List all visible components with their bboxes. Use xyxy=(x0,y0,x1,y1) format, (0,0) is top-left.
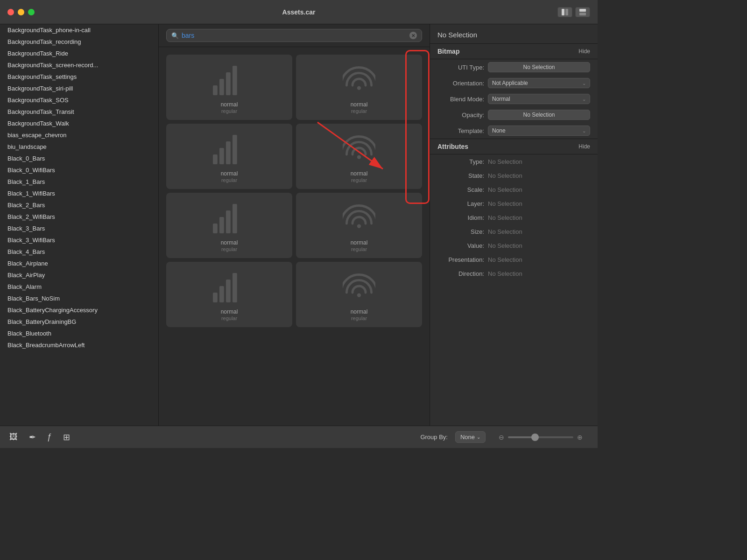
dropdown-field[interactable]: None⌄ xyxy=(488,126,590,136)
svg-rect-5 xyxy=(219,79,224,95)
sidebar-item[interactable]: BackgroundTask_phone-in-call xyxy=(0,24,158,36)
prop-label: Layer: xyxy=(437,200,484,207)
attr-text: No Selection xyxy=(488,158,522,165)
sidebar-item[interactable]: BackgroundTask_Transit xyxy=(0,106,158,118)
asset-label: normalregular xyxy=(351,308,368,322)
asset-cell[interactable]: normalregular xyxy=(166,124,292,189)
asset-label: normalregular xyxy=(221,239,238,252)
sidebar-item[interactable]: Black_BreadcrumbArrowLeft xyxy=(0,339,158,351)
minimize-button[interactable] xyxy=(18,9,24,15)
sidebar-item[interactable]: Black_1_WifiBars xyxy=(0,188,158,199)
prop-label: Blend Mode: xyxy=(437,96,484,103)
svg-rect-17 xyxy=(233,204,237,233)
group-by-select[interactable]: None ⌄ xyxy=(455,431,486,443)
svg-rect-11 xyxy=(226,141,231,164)
prop-value[interactable]: Normal⌄ xyxy=(488,94,590,104)
svg-rect-12 xyxy=(233,135,237,164)
prop-value: No Selection xyxy=(488,269,590,278)
asset-cell[interactable]: normalregular xyxy=(296,55,422,120)
sidebar-item[interactable]: Black_Alarm xyxy=(0,281,158,293)
prop-value[interactable]: No Selection xyxy=(488,110,590,120)
chevron-down-icon: ⌄ xyxy=(582,97,586,102)
asset-preview xyxy=(172,129,287,167)
center-panel: 🔍 ✕ normalregularnormalregularnormalregu… xyxy=(159,24,430,426)
sidebar-item[interactable]: Black_BatteryDrainingBG xyxy=(0,316,158,328)
sidebar-item[interactable]: BackgroundTask_Walk xyxy=(0,118,158,129)
svg-rect-3 xyxy=(579,13,586,15)
bottom-toolbar: 🖼 ✒ ƒ ⊞ Group By: None ⌄ ⊖ ⊕ xyxy=(0,426,598,448)
attr-text: No Selection xyxy=(488,200,522,207)
panel-title: No Selection xyxy=(430,24,598,43)
asset-cell[interactable]: normalregular xyxy=(166,262,292,327)
sidebar-item[interactable]: Black_0_WifiBars xyxy=(0,164,158,176)
asset-cell[interactable]: normalregular xyxy=(296,124,422,189)
prop-label: UTI Type: xyxy=(437,64,484,71)
bitmap-title: Bitmap xyxy=(437,48,459,55)
asset-cell[interactable]: normalregular xyxy=(166,55,292,120)
sidebar-item[interactable]: BackgroundTask_siri-pill xyxy=(0,83,158,94)
asset-cell[interactable]: normalregular xyxy=(166,193,292,258)
sidebar-item[interactable]: Black_0_Bars xyxy=(0,153,158,164)
prop-value[interactable]: Not Applicable⌄ xyxy=(488,78,590,88)
bitmap-hide-button[interactable]: Hide xyxy=(578,48,590,55)
prop-row: Template:None⌄ xyxy=(430,123,598,139)
zoom-slider[interactable] xyxy=(508,436,573,438)
asset-grid[interactable]: normalregularnormalregularnormalregularn… xyxy=(159,47,430,426)
sidebar-item[interactable]: BackgroundTask_Ride xyxy=(0,48,158,59)
panel-toggle-2[interactable] xyxy=(575,7,590,17)
sidebar-item[interactable]: BackgroundTask_settings xyxy=(0,71,158,83)
sidebar-item[interactable]: Black_2_Bars xyxy=(0,199,158,211)
asset-cell[interactable]: normalregular xyxy=(296,262,422,327)
prop-row: State:No Selection xyxy=(430,168,598,182)
sidebar-item[interactable]: Black_Bluetooth xyxy=(0,328,158,339)
asset-cell[interactable]: normalregular xyxy=(296,193,422,258)
dropdown-field[interactable]: Normal⌄ xyxy=(488,94,590,104)
sidebar-item[interactable]: Black_3_WifiBars xyxy=(0,234,158,246)
prop-value[interactable]: None⌄ xyxy=(488,126,590,136)
sidebar-item[interactable]: Black_2_WifiBars xyxy=(0,211,158,223)
sidebar-item[interactable]: bias_escape_chevron xyxy=(0,129,158,141)
close-button[interactable] xyxy=(7,9,14,15)
prop-row: Idiom:No Selection xyxy=(430,210,598,224)
sidebar-item[interactable]: Black_1_Bars xyxy=(0,176,158,188)
search-input[interactable] xyxy=(182,32,407,39)
svg-rect-20 xyxy=(219,286,224,302)
maximize-button[interactable] xyxy=(28,9,35,15)
prop-value: No Selection xyxy=(488,171,590,180)
prop-row: Scale:No Selection xyxy=(430,182,598,196)
sidebar-item[interactable]: Black_AirPlay xyxy=(0,269,158,281)
zoom-in-icon: ⊕ xyxy=(577,434,583,441)
prop-row: Value:No Selection xyxy=(430,238,598,252)
sidebar-item[interactable]: Black_BatteryChargingAccessory xyxy=(0,304,158,316)
eyedropper-icon-button[interactable]: ✒ xyxy=(27,430,38,444)
function-icon-button[interactable]: ƒ xyxy=(45,430,54,444)
image-icon-button[interactable]: 🖼 xyxy=(7,430,20,444)
prop-value[interactable]: No Selection xyxy=(488,62,590,72)
search-icon: 🔍 xyxy=(171,32,179,39)
sidebar-item[interactable]: BackgroundTask_screen-record... xyxy=(0,59,158,71)
clear-search-button[interactable]: ✕ xyxy=(409,32,417,39)
sidebar-item[interactable]: BackgroundTask_SOS xyxy=(0,94,158,106)
sidebar-item[interactable]: Black_Bars_NoSim xyxy=(0,293,158,304)
asset-label: normalregular xyxy=(351,101,368,114)
prop-value: No Selection xyxy=(488,199,590,208)
asset-label: normalregular xyxy=(351,239,368,252)
group-by-label: Group By: xyxy=(420,434,448,441)
attributes-section-header: Attributes Hide xyxy=(430,139,598,154)
sidebar-item[interactable]: biu_landscape xyxy=(0,141,158,153)
sidebar-item[interactable]: Black_3_Bars xyxy=(0,223,158,234)
dropdown-field[interactable]: Not Applicable⌄ xyxy=(488,78,590,88)
attributes-hide-button[interactable]: Hide xyxy=(578,143,590,150)
sidebar-item[interactable]: Black_4_Bars xyxy=(0,246,158,258)
svg-rect-16 xyxy=(226,210,231,233)
sidebar[interactable]: BackgroundTask_phone-in-callBackgroundTa… xyxy=(0,24,159,426)
sidebar-item[interactable]: Black_Airplane xyxy=(0,258,158,269)
panel-toggle-1[interactable] xyxy=(557,7,572,17)
asset-preview xyxy=(172,60,287,98)
zoom-control: ⊖ ⊕ xyxy=(499,434,583,441)
attr-text: No Selection xyxy=(488,172,522,179)
layers-icon-button[interactable]: ⊞ xyxy=(61,430,72,444)
sidebar-item[interactable]: BackgroundTask_recording xyxy=(0,36,158,48)
svg-rect-22 xyxy=(233,273,237,302)
prop-label: Type: xyxy=(437,158,484,165)
